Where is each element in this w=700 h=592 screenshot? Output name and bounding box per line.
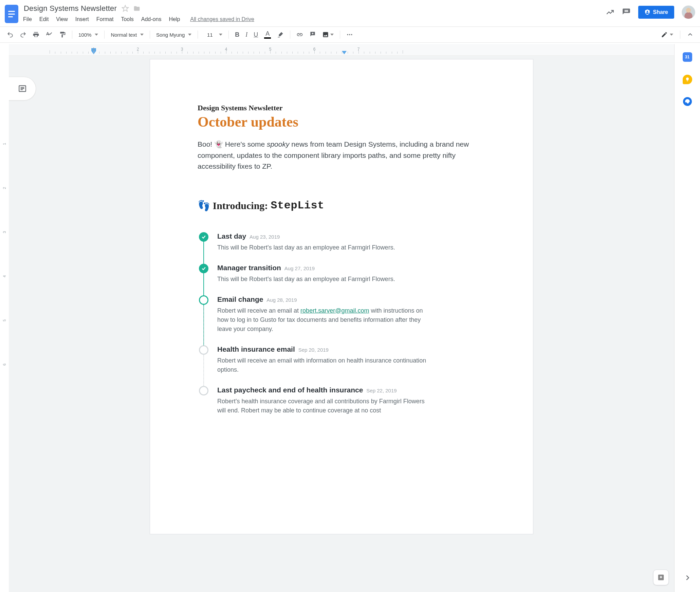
save-status[interactable]: All changes saved in Drive <box>190 16 254 22</box>
undo-button[interactable] <box>5 29 16 40</box>
calendar-addon-icon[interactable]: 31 <box>683 52 692 62</box>
ruler-number: 2 <box>137 47 139 52</box>
outline-toggle-button[interactable] <box>9 77 36 100</box>
menu-addons[interactable]: Add-ons <box>141 16 162 22</box>
document-canvas[interactable]: Design Systems Newsletter October update… <box>9 56 674 592</box>
step-body: Robert will receive an email at robert.s… <box>217 306 428 334</box>
step-title: Health insurance email <box>217 345 295 353</box>
highlight-button[interactable] <box>275 29 286 40</box>
step-body-link[interactable]: robert.sarver@gmail.com <box>300 307 369 314</box>
steplist-step: Last paycheck and end of health insuranc… <box>199 386 485 427</box>
paint-format-button[interactable] <box>57 29 68 40</box>
caret-down-icon <box>670 34 673 36</box>
activity-icon[interactable] <box>606 8 614 17</box>
editing-mode-select[interactable] <box>659 30 675 39</box>
keep-addon-icon[interactable] <box>683 75 692 84</box>
side-panel: 31 <box>674 44 700 592</box>
ruler-number: 6 <box>2 360 6 369</box>
insert-link-button[interactable] <box>294 29 305 40</box>
menu-view[interactable]: View <box>56 16 68 22</box>
app-header: Design Systems Newsletter File Edit View… <box>0 0 700 23</box>
ruler-number: 4 <box>2 272 6 281</box>
star-icon[interactable] <box>122 5 129 12</box>
svg-point-2 <box>349 34 350 35</box>
more-tools-button[interactable] <box>344 29 355 40</box>
font-size-value: 11 <box>204 32 216 38</box>
italic-button[interactable]: I <box>243 29 250 40</box>
header-actions: Share <box>606 5 695 19</box>
step-date: Aug 28, 2019 <box>266 297 297 303</box>
indent-end-marker[interactable] <box>342 51 347 54</box>
step-title: Last paycheck and end of health insuranc… <box>217 386 363 394</box>
docs-logo-icon[interactable] <box>5 5 18 23</box>
ruler-number: 3 <box>181 47 183 52</box>
document-title-input[interactable]: Design Systems Newsletter <box>23 3 117 14</box>
ruler-number: 6 <box>313 47 316 52</box>
svg-marker-0 <box>122 5 128 11</box>
spellcheck-button[interactable] <box>43 29 55 40</box>
step-date: Aug 23, 2019 <box>250 234 280 240</box>
svg-point-1 <box>347 34 348 35</box>
explore-button[interactable] <box>653 570 669 585</box>
step-circle-icon <box>199 386 208 395</box>
ruler-number: 1 <box>2 140 6 148</box>
steplist-step: Email change Aug 28, 2019Robert will rec… <box>199 295 485 345</box>
step-date: Aug 27, 2019 <box>284 265 315 271</box>
step-circle-icon <box>199 295 208 305</box>
redo-button[interactable] <box>18 29 29 40</box>
steplist-component: Last day Aug 23, 2019This will be Robert… <box>199 232 485 427</box>
step-body: This will be Robert's last day as an emp… <box>217 243 428 252</box>
document-page[interactable]: Design Systems Newsletter October update… <box>150 59 533 534</box>
horizontal-ruler[interactable]: 1234567 <box>9 44 674 56</box>
ruler-number: 3 <box>2 228 6 237</box>
side-panel-collapse-icon[interactable] <box>684 574 691 582</box>
account-avatar[interactable] <box>682 5 695 19</box>
step-date: Sep 20, 2019 <box>298 347 329 353</box>
vertical-ruler[interactable]: 123456 <box>0 56 9 592</box>
svg-point-3 <box>351 34 352 35</box>
collapse-toolbar-button[interactable] <box>685 30 695 40</box>
move-folder-icon[interactable] <box>133 5 141 12</box>
title-area: Design Systems Newsletter File Edit View… <box>23 3 601 22</box>
bold-button[interactable]: B <box>233 29 241 40</box>
menu-insert[interactable]: Insert <box>75 16 89 22</box>
caret-down-icon <box>140 34 144 36</box>
work-area: 1234567 123456 Design Systems Newsletter… <box>0 44 674 592</box>
menu-format[interactable]: Format <box>96 16 114 22</box>
step-title: Manager transition <box>217 264 281 272</box>
tasks-addon-icon[interactable] <box>683 97 692 106</box>
font-family-select[interactable]: Song Myung <box>154 31 194 39</box>
insert-image-button[interactable] <box>320 30 336 39</box>
font-size-select[interactable]: 11 <box>202 31 224 39</box>
ruler-number: 2 <box>2 184 6 192</box>
menu-edit[interactable]: Edit <box>39 16 49 22</box>
text-color-button[interactable]: A <box>262 31 273 39</box>
doc-h2: 👣 Introducing: StepList <box>198 199 485 212</box>
doc-intro: Boo! 👻 Here's some spooky news from team… <box>198 139 485 172</box>
paragraph-style-select[interactable]: Normal text <box>109 31 146 39</box>
underline-button[interactable]: U <box>252 29 260 40</box>
step-body: Robert's health insurance coverage and a… <box>217 397 428 415</box>
check-circle-icon <box>199 232 208 242</box>
toolbar: 100% Normal text Song Myung 11 B I U A <box>0 26 700 43</box>
share-button-label: Share <box>653 9 668 15</box>
caret-down-icon <box>219 34 222 36</box>
share-button[interactable]: Share <box>638 6 674 19</box>
check-circle-icon <box>199 264 208 273</box>
comments-icon[interactable] <box>622 8 631 17</box>
insert-comment-button[interactable] <box>307 29 318 40</box>
step-body: This will be Robert's last day as an emp… <box>217 275 428 284</box>
caret-down-icon <box>188 34 191 36</box>
steplist-step: Last day Aug 23, 2019This will be Robert… <box>199 232 485 264</box>
ruler-number: 5 <box>269 47 272 52</box>
menu-tools[interactable]: Tools <box>121 16 133 22</box>
menu-help[interactable]: Help <box>169 16 180 22</box>
step-circle-icon <box>199 345 208 355</box>
step-date: Sep 22, 2019 <box>366 388 397 393</box>
caret-down-icon <box>330 34 334 36</box>
print-button[interactable] <box>31 29 41 40</box>
ruler-number: 1 <box>93 47 95 52</box>
menu-file[interactable]: File <box>23 16 32 22</box>
steplist-step: Health insurance email Sep 20, 2019Rober… <box>199 345 485 386</box>
zoom-select[interactable]: 100% <box>76 31 100 39</box>
